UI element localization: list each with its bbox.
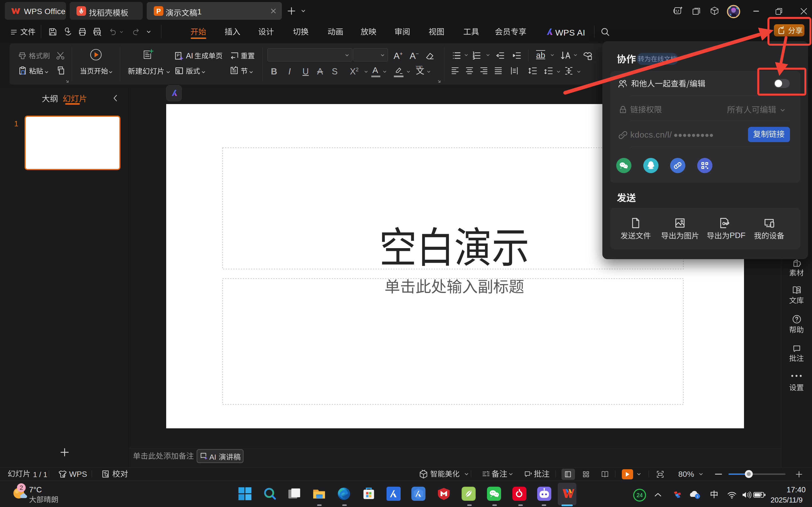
svg-text:P: P (156, 7, 161, 15)
svg-text:24: 24 (637, 492, 643, 498)
svg-text:i: i (697, 494, 698, 499)
svg-text:P: P (177, 53, 180, 58)
